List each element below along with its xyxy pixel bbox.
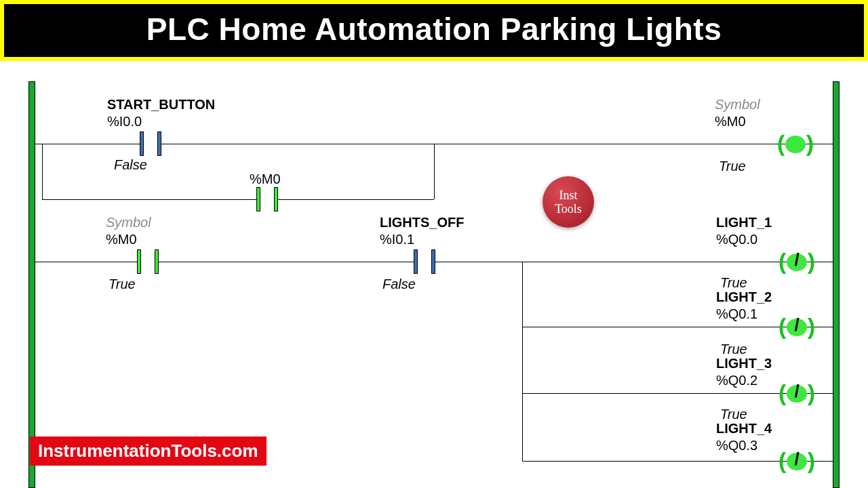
contact-lights-off bbox=[411, 249, 438, 274]
contact-label: %M0 bbox=[250, 171, 281, 188]
contact-label: START_BUTTON %I0.0 bbox=[107, 96, 215, 130]
coil-label: LIGHT_4 %Q0.3 bbox=[716, 420, 772, 454]
coil-label: Symbol %M0 bbox=[715, 96, 760, 130]
wire bbox=[434, 144, 833, 144]
contact-label: Symbol %M0 bbox=[106, 214, 151, 248]
coil-label: LIGHT_3 %Q0.2 bbox=[716, 355, 772, 389]
watermark-badge: Inst Tools bbox=[542, 176, 594, 228]
contact-m0 bbox=[134, 249, 161, 274]
coil-m0: () bbox=[778, 133, 812, 156]
coil-label: LIGHT_1 %Q0.0 bbox=[716, 214, 772, 248]
contact-start-button bbox=[137, 131, 164, 156]
wire bbox=[434, 144, 435, 199]
contact-state: False bbox=[382, 277, 416, 292]
wire bbox=[522, 262, 523, 461]
wire bbox=[42, 144, 43, 199]
title-bar: PLC Home Automation Parking Lights bbox=[0, 0, 868, 61]
coil-state: True bbox=[719, 159, 746, 174]
coil-label: LIGHT_2 %Q0.1 bbox=[716, 289, 772, 323]
contact-state: True bbox=[108, 277, 136, 292]
coil-light3: (/) bbox=[780, 382, 814, 405]
site-badge: InstrumentationTools.com bbox=[30, 436, 267, 466]
coil-light4: (/) bbox=[780, 450, 814, 473]
wire bbox=[42, 199, 434, 200]
right-power-rail bbox=[833, 81, 840, 488]
page-title: PLC Home Automation Parking Lights bbox=[4, 4, 864, 57]
contact-label: LIGHTS_OFF %I0.1 bbox=[380, 214, 464, 248]
contact-m0-branch bbox=[254, 187, 281, 211]
coil-light1: (/) bbox=[780, 251, 814, 274]
ladder-canvas: START_BUTTON %I0.0 False %M0 Symbol %M0 … bbox=[0, 81, 868, 488]
contact-state: False bbox=[114, 157, 147, 173]
coil-light2: (/) bbox=[780, 316, 814, 339]
wire bbox=[35, 144, 434, 144]
left-power-rail bbox=[28, 81, 35, 488]
wire bbox=[35, 262, 522, 262]
